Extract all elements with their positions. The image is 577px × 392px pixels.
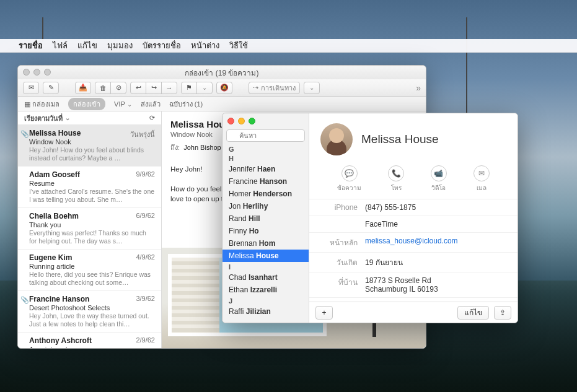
- message-date: 4/9/62: [136, 253, 155, 261]
- toolbar-overflow-icon[interactable]: »: [416, 83, 421, 93]
- mute-button[interactable]: 🔕: [216, 82, 232, 94]
- menu-card[interactable]: บัตรรายชื่อ: [143, 39, 181, 52]
- close-icon[interactable]: [227, 118, 234, 124]
- message-row[interactable]: 📎Francine Hanson3/9/62Desert Photoshoot …: [18, 291, 161, 333]
- mail-traffic-lights: [23, 69, 51, 76]
- contact-row[interactable]: Jon Herlihy: [222, 200, 309, 212]
- message-preview: Hey John! How do you feel about blinds i…: [29, 146, 155, 162]
- message-preview: Everything was perfect! Thanks so much f…: [29, 229, 155, 245]
- contact-row[interactable]: Rand Hill: [222, 212, 309, 225]
- contact-row[interactable]: Ethan Izzarelli: [222, 284, 309, 296]
- contact-row[interactable]: Jennifer Haen: [222, 163, 309, 175]
- contact-row[interactable]: Finny Ho: [222, 225, 309, 237]
- message-subject: Resume: [29, 180, 155, 187]
- message-row[interactable]: Adam Gooseff9/9/62ResumeI've attached Ca…: [18, 167, 161, 208]
- field-label: วันเกิด: [309, 256, 365, 268]
- contacts-list-pane: GHJennifer HaenFrancine HansonHomer Hend…: [222, 113, 309, 323]
- card-action-เมล[interactable]: ✉เมล: [473, 165, 490, 193]
- flag-menu-button[interactable]: ⌄: [196, 82, 213, 94]
- message-preview: Hello there, did you see this? Enrique w…: [29, 271, 155, 287]
- contact-row[interactable]: Homer Henderson: [222, 188, 309, 200]
- action-icon: 📞: [388, 165, 404, 181]
- menu-window[interactable]: หน้าต่าง: [191, 39, 219, 52]
- index-letter: I: [222, 262, 309, 271]
- mail-window-title: กล่องเข้า (19 ข้อความ): [185, 67, 258, 79]
- message-row[interactable]: 📎Melissa Houseวันพรุ่งนี้Window NookHey …: [18, 125, 161, 167]
- add-contact-button[interactable]: +: [315, 306, 333, 320]
- reply-button[interactable]: ↩: [130, 82, 146, 94]
- close-icon[interactable]: [23, 69, 30, 76]
- field-label: ที่บ้าน: [309, 276, 365, 294]
- move-to-icon: ⇢: [253, 84, 258, 92]
- message-row[interactable]: Eugene Kim4/9/62Running articleHello the…: [18, 250, 161, 291]
- mail-favorites-bar: ▦ กล่องเมล กล่องเข้า VIP ⌄ ส่งแล้ว ฉบับร…: [18, 97, 426, 111]
- message-date: 9/9/62: [136, 170, 155, 178]
- delete-button[interactable]: 🗑: [95, 82, 111, 94]
- field-label: หน้าหลัก: [309, 237, 365, 248]
- message-date: 6/9/62: [136, 212, 155, 219]
- get-mail-button[interactable]: ✉: [23, 82, 39, 94]
- move-to-button[interactable]: ⇢ การเดินทาง: [249, 82, 300, 94]
- contact-name: Melissa House: [361, 133, 439, 146]
- search-input[interactable]: [226, 129, 305, 142]
- action-label: โทร: [391, 183, 402, 193]
- contact-row[interactable]: Chad Isanhart: [222, 271, 309, 284]
- edit-button[interactable]: แก้ไข: [457, 306, 489, 320]
- app-menu[interactable]: รายชื่อ: [19, 39, 43, 52]
- contact-row[interactable]: Melissa House: [222, 250, 309, 262]
- contacts-window: GHJennifer HaenFrancine HansonHomer Hend…: [222, 113, 518, 323]
- menubar: รายชื่อ ไฟล์ แก้ไข มุมมอง บัตรรายชื่อ หน…: [0, 39, 577, 53]
- field-row: วันเกิด19 กันยายน: [309, 253, 518, 272]
- message-subject: Desert Photoshoot Selects: [29, 304, 155, 311]
- card-action-โทร[interactable]: 📞โทร: [388, 165, 404, 193]
- message-subject: Thank you: [29, 221, 155, 229]
- sent-tab[interactable]: ส่งแล้ว: [141, 98, 161, 110]
- message-date: 2/9/62: [136, 336, 155, 344]
- share-button[interactable]: ⇪: [494, 306, 511, 320]
- zoom-icon[interactable]: [44, 69, 51, 76]
- menu-file[interactable]: ไฟล์: [53, 39, 68, 52]
- index-letter: G: [222, 144, 309, 154]
- action-icon: 💬: [341, 165, 358, 181]
- forward-button[interactable]: →: [161, 82, 177, 94]
- minimize-icon[interactable]: [33, 69, 40, 76]
- message-row[interactable]: Chella Boehm6/9/62Thank youEverything wa…: [18, 208, 161, 250]
- archive-button[interactable]: 📥: [75, 82, 91, 94]
- message-preview: Hey John, Love the way these turned out.…: [29, 312, 155, 328]
- callout-line-left: [42, 17, 43, 42]
- compose-button[interactable]: ✎: [43, 82, 59, 94]
- menu-view[interactable]: มุมมอง: [107, 39, 133, 52]
- move-menu-button[interactable]: ⌄: [304, 82, 320, 94]
- message-row[interactable]: Anthony Ashcroft2/9/62AppointmentYour ap…: [18, 333, 161, 348]
- menu-help[interactable]: วิธีใช้: [229, 39, 248, 52]
- card-action-วิดีโอ[interactable]: 📹วิดีโอ: [431, 165, 447, 193]
- contact-row[interactable]: Brennan Hom: [222, 237, 309, 250]
- vip-tab[interactable]: VIP ⌄: [114, 100, 132, 108]
- refresh-icon[interactable]: ⟳: [149, 114, 155, 122]
- inbox-tab[interactable]: กล่องเข้า: [68, 98, 105, 110]
- field-value: FaceTime: [365, 220, 518, 229]
- menu-edit[interactable]: แก้ไข: [77, 39, 97, 52]
- field-row: iPhone(847) 555-1875: [309, 199, 518, 216]
- contact-row[interactable]: Francine Hanson: [222, 175, 309, 188]
- action-icon: ✉: [473, 165, 490, 181]
- attachment-icon: 📎: [20, 130, 29, 138]
- minimize-icon[interactable]: [238, 118, 245, 124]
- zoom-icon[interactable]: [249, 118, 255, 124]
- contact-row[interactable]: Raffi Jilizian: [222, 305, 309, 318]
- field-value: 18773 S Roselle RdSchaumburg IL 60193: [365, 276, 518, 294]
- sort-button[interactable]: เรียงตามวันที่⌄: [24, 113, 70, 124]
- flag-button[interactable]: ⚑: [181, 82, 197, 94]
- card-action-ข้อความ[interactable]: 💬ข้อความ: [337, 165, 361, 193]
- field-value[interactable]: melissa_house@icloud.com: [365, 237, 518, 248]
- field-row: หน้าหลักmelissa_house@icloud.com: [309, 233, 518, 253]
- field-value: 19 กันยายน: [365, 256, 518, 268]
- index-letter: J: [222, 296, 309, 305]
- drafts-tab[interactable]: ฉบับร่าง (1): [169, 98, 203, 110]
- mail-titlebar: กล่องเข้า (19 ข้อความ): [18, 66, 426, 79]
- message-date: วันพรุ่งนี้: [130, 129, 155, 140]
- junk-button[interactable]: ⊘: [110, 82, 126, 94]
- mailboxes-toggle[interactable]: ▦ กล่องเมล: [24, 98, 59, 110]
- reply-all-button[interactable]: ↪: [146, 82, 162, 94]
- avatar[interactable]: [320, 123, 353, 155]
